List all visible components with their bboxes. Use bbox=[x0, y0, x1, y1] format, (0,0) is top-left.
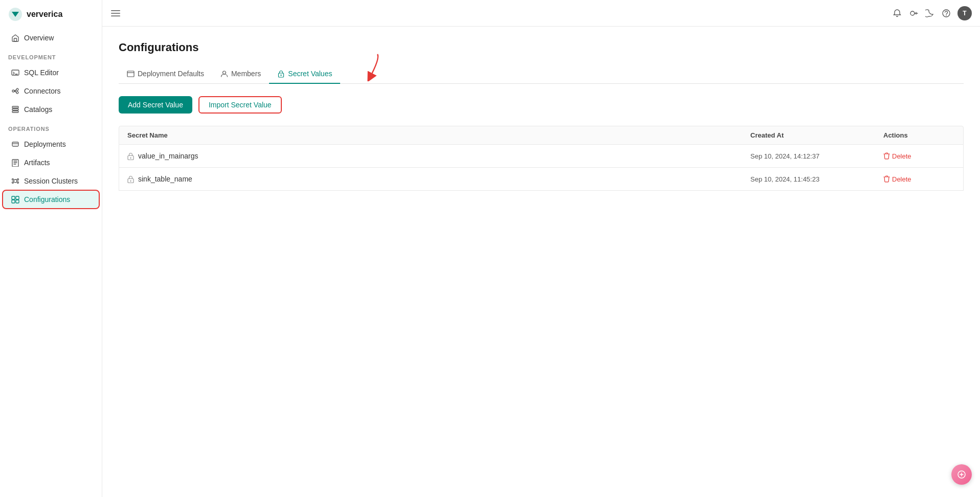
svg-point-5 bbox=[16, 88, 18, 91]
svg-rect-20 bbox=[16, 200, 19, 203]
col-actions: Actions bbox=[883, 131, 955, 139]
sidebar-item-session-clusters[interactable]: Session Clusters bbox=[3, 172, 99, 190]
delete-button-row-0[interactable]: Delete bbox=[883, 152, 911, 160]
tab-secret-values-label: Secret Values bbox=[288, 70, 332, 78]
sidebar-item-sql-editor[interactable]: SQL Editor bbox=[3, 64, 99, 81]
add-secret-value-button[interactable]: Add Secret Value bbox=[119, 96, 192, 114]
lock-icon bbox=[127, 152, 135, 160]
chat-icon bbox=[957, 470, 966, 479]
tab-members-label: Members bbox=[231, 70, 261, 78]
svg-point-30 bbox=[281, 74, 282, 75]
svg-rect-22 bbox=[111, 13, 120, 14]
topbar-right: T bbox=[892, 6, 972, 20]
svg-point-34 bbox=[130, 180, 131, 182]
sidebar-artifacts-label: Artifacts bbox=[24, 159, 50, 167]
sidebar-sql-editor-label: SQL Editor bbox=[24, 69, 59, 77]
svg-point-12 bbox=[14, 179, 17, 183]
logo[interactable]: ververica bbox=[0, 0, 102, 29]
sidebar-item-artifacts[interactable]: Artifacts bbox=[3, 154, 99, 171]
import-secret-value-button[interactable]: Import Secret Value bbox=[198, 96, 282, 114]
key-icon[interactable] bbox=[908, 8, 919, 18]
sidebar-deployments-label: Deployments bbox=[24, 140, 66, 148]
svg-rect-19 bbox=[12, 200, 15, 203]
page-content: Configurations Deployment Defaults Membe… bbox=[102, 27, 980, 497]
menu-toggle-icon[interactable] bbox=[110, 8, 121, 18]
secret-name-value: sink_table_name bbox=[138, 175, 192, 183]
svg-rect-21 bbox=[111, 10, 120, 11]
sidebar-configurations-label: Configurations bbox=[24, 195, 70, 204]
logo-text: ververica bbox=[27, 10, 62, 19]
sidebar-item-connectors[interactable]: Connectors bbox=[3, 82, 99, 100]
sql-editor-icon bbox=[11, 69, 19, 77]
svg-point-4 bbox=[12, 90, 14, 92]
svg-rect-9 bbox=[12, 111, 18, 112]
svg-point-32 bbox=[130, 157, 131, 159]
svg-point-24 bbox=[910, 11, 915, 15]
sidebar-item-catalogs[interactable]: Catalogs bbox=[3, 101, 99, 118]
sidebar-overview-label: Overview bbox=[24, 34, 54, 42]
svg-rect-17 bbox=[12, 196, 15, 199]
svg-rect-2 bbox=[14, 38, 17, 41]
catalogs-icon bbox=[11, 105, 19, 114]
sidebar-session-clusters-label: Session Clusters bbox=[24, 177, 78, 185]
secret-name-cell: value_in_mainargs bbox=[127, 152, 750, 160]
logo-icon bbox=[8, 7, 23, 21]
delete-button-row-1[interactable]: Delete bbox=[883, 175, 911, 183]
actions-cell: Delete bbox=[883, 152, 955, 160]
home-icon bbox=[11, 34, 19, 42]
delete-label-row-1: Delete bbox=[892, 175, 911, 183]
main-content: T Configurations Deployment Defaults Mem… bbox=[102, 0, 980, 497]
sidebar-catalogs-label: Catalogs bbox=[24, 105, 52, 114]
lock-icon bbox=[127, 175, 135, 183]
tabs: Deployment Defaults Members Secret Value… bbox=[119, 64, 964, 84]
page-title: Configurations bbox=[119, 41, 964, 54]
sidebar-connectors-label: Connectors bbox=[24, 87, 61, 95]
tab-deployment-defaults[interactable]: Deployment Defaults bbox=[119, 64, 212, 84]
svg-point-13 bbox=[12, 179, 14, 180]
floating-button[interactable] bbox=[951, 464, 972, 485]
secret-name-cell: sink_table_name bbox=[127, 175, 750, 183]
topbar-left bbox=[110, 8, 121, 18]
table-row: value_in_mainargs Sep 10, 2024, 14:12:37… bbox=[119, 145, 964, 168]
moon-icon[interactable] bbox=[925, 8, 935, 18]
secret-values-icon bbox=[277, 70, 285, 78]
session-clusters-icon bbox=[11, 177, 19, 185]
svg-rect-23 bbox=[111, 15, 120, 16]
configurations-icon bbox=[11, 195, 19, 204]
svg-rect-8 bbox=[12, 109, 18, 110]
svg-point-15 bbox=[12, 182, 14, 184]
actions-cell: Delete bbox=[883, 175, 955, 183]
svg-rect-27 bbox=[127, 71, 134, 77]
secret-name-value: value_in_mainargs bbox=[138, 152, 198, 160]
sidebar: ververica Overview DEVELOPMENT SQL Edito… bbox=[0, 0, 102, 497]
svg-point-14 bbox=[17, 179, 19, 180]
col-secret-name: Secret Name bbox=[127, 131, 750, 139]
svg-point-26 bbox=[946, 15, 947, 16]
sidebar-item-deployments[interactable]: Deployments bbox=[3, 135, 99, 153]
svg-rect-10 bbox=[12, 142, 18, 146]
svg-rect-18 bbox=[16, 196, 19, 199]
sidebar-item-configurations[interactable]: Configurations bbox=[3, 191, 99, 208]
help-icon[interactable] bbox=[941, 8, 951, 18]
svg-point-28 bbox=[222, 71, 226, 74]
svg-point-16 bbox=[17, 182, 19, 184]
svg-rect-11 bbox=[12, 160, 18, 167]
delete-label-row-0: Delete bbox=[892, 152, 911, 160]
sidebar-item-overview[interactable]: Overview bbox=[3, 29, 99, 47]
svg-rect-7 bbox=[12, 106, 18, 108]
deployments-icon bbox=[11, 140, 19, 148]
tab-members[interactable]: Members bbox=[212, 64, 269, 84]
created-at-cell: Sep 10, 2024, 11:45:23 bbox=[750, 175, 883, 183]
ops-section-label: OPERATIONS bbox=[0, 119, 102, 135]
artifacts-icon bbox=[11, 159, 19, 167]
bell-icon[interactable] bbox=[892, 8, 902, 18]
tab-deployment-defaults-label: Deployment Defaults bbox=[138, 70, 204, 78]
deployment-defaults-icon bbox=[127, 70, 135, 78]
svg-point-6 bbox=[16, 92, 18, 94]
table-header: Secret Name Created At Actions bbox=[119, 126, 964, 145]
table-row: sink_table_name Sep 10, 2024, 11:45:23 D… bbox=[119, 168, 964, 191]
user-avatar[interactable]: T bbox=[957, 6, 972, 20]
tab-secret-values[interactable]: Secret Values bbox=[269, 64, 340, 84]
action-row: Add Secret Value Import Secret Value bbox=[119, 96, 964, 114]
col-created-at: Created At bbox=[750, 131, 883, 139]
